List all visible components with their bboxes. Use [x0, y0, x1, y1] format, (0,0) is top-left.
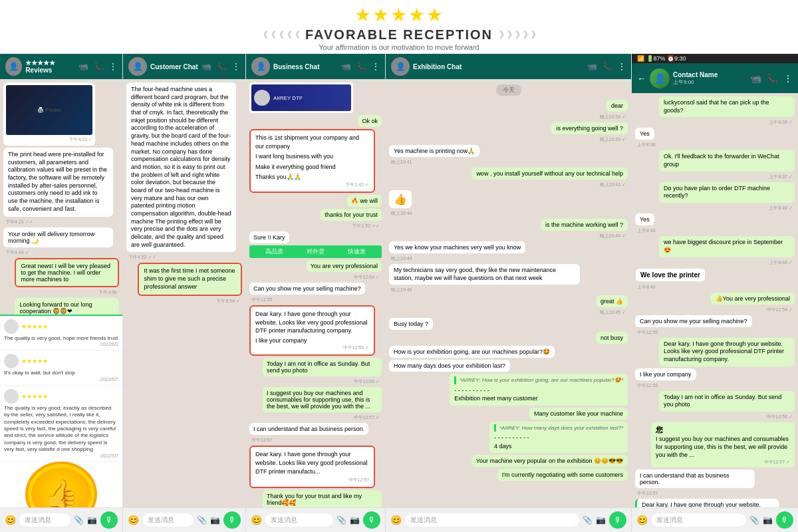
chat4-msg3-time: 晚上10:41 [391, 159, 412, 166]
menu-icon2[interactable]: ⋮ [232, 62, 240, 71]
panel-2: 👤 Customer Chat 📹 📞 ⋮ The four-head mach… [123, 54, 246, 532]
chat5-msg1: luckyconsol said that he can pick up the… [659, 96, 795, 117]
menu-icon3[interactable]: ⋮ [372, 62, 380, 71]
panel-4: 👤 Exhibition Chat 📹 📞 ⋮ 今天 dear 晚上10:39 … [386, 54, 632, 532]
today-divider: 今天 [496, 84, 521, 96]
video-icon2[interactable]: 📹 [201, 62, 211, 71]
page-wrapper: ★★★★★ 《《《《《 FAVORABLE RECEPTION 》》》》》 Yo… [0, 0, 798, 532]
panel-5: 📶 🔋87% ⏰9:30 ← 👤 Contact Name 上午9:00 📹 📞 [632, 54, 798, 532]
menu-icon[interactable]: ⋮ [109, 62, 117, 71]
chat3-msg6: 🔥 we will [347, 195, 382, 207]
chat4-msg14: *AIIREY: How is your exhibition going, a… [450, 374, 628, 405]
chat5-msg6-time: 上午8:40 ✓ [769, 259, 793, 266]
chat1-messages: 🖨️ Printer 下午4:22 ✓ The print head were … [0, 79, 122, 315]
attach-icon4[interactable]: 📎 [583, 515, 593, 525]
video-icon3[interactable]: 📹 [341, 62, 351, 71]
chat3-msg14: Today I am not in office as Sunday. But … [263, 358, 382, 376]
video-icon[interactable]: 📹 [78, 62, 88, 71]
msg-received: The print head were pre-installed for cu… [3, 148, 113, 217]
emoji-icon4[interactable]: 😊 [390, 515, 402, 525]
chat3-action-bar: 高品质 对外货 快速发 [249, 245, 382, 258]
chat2-input-bar: 😊 发送消息 📎 📷 🎙 [123, 507, 245, 532]
chat3-input[interactable]: 发送消息 [265, 513, 333, 527]
chat5-msg12-time: 中午12:56 ✓ [767, 414, 793, 420]
avatar3: 👤 [251, 57, 270, 76]
chat5-msg14: I can understand that as business person… [635, 469, 755, 488]
emoji-icon5[interactable]: 😊 [636, 515, 648, 525]
video-icon5[interactable]: 📹 [750, 73, 761, 84]
emoji-icon[interactable]: 😊 [5, 515, 16, 525]
send-button4[interactable]: 🎙 [609, 511, 626, 529]
camera-icon3[interactable]: 📷 [350, 515, 360, 525]
chat5-msg15: Dear kary. I have gone through your webs… [635, 499, 779, 507]
call-icon3[interactable]: 📞 [356, 62, 366, 71]
chat4-messages: 今天 dear 晚上10:39 ✓ is everything going we… [386, 79, 631, 507]
send-button5[interactable]: 🎙 [776, 511, 793, 529]
back-icon[interactable]: ← [637, 73, 646, 84]
camera-icon5[interactable]: 📷 [763, 515, 773, 525]
msg-received: 🖨️ Printer 下午4:22 ✓ [3, 82, 95, 146]
chat5-msg5: Yes [635, 213, 654, 225]
chat5-msg4: Do you have plan to order DTF machine re… [659, 182, 795, 203]
chat5-input[interactable]: 发送消息 [651, 513, 746, 527]
action-quality[interactable]: 高品质 [265, 247, 283, 256]
msg-sent-1: Great news! I will be very pleased to ge… [15, 258, 119, 287]
call-icon2[interactable]: 📞 [217, 62, 227, 71]
send-button[interactable]: 🎙 [100, 511, 118, 529]
chat3-msg15-time: 中午12:57 ✓ [354, 414, 380, 421]
call-icon4[interactable]: 📞 [602, 62, 612, 71]
chat5-messages: luckyconsol said that he can pick up the… [632, 93, 798, 507]
chat1-name: ★★★★★ Reviews [25, 59, 78, 74]
attach-icon[interactable]: 📎 [74, 515, 84, 525]
call-icon[interactable]: 📞 [94, 62, 104, 71]
send-button2[interactable]: 🎙 [223, 511, 241, 529]
chat5-msg9: Can you show me your selling machine? [635, 315, 752, 327]
chat2-input[interactable]: 发送消息 [142, 513, 194, 527]
avatar4: 👤 [391, 57, 410, 76]
chat5-msg11-time: 中午12:55 [637, 382, 658, 389]
chat1-input[interactable]: 发送消息 [19, 513, 70, 527]
chat1-input-bar: 😊 发送消息 📎 📷 🎙 [0, 507, 122, 532]
chat4-msg7: Yes we know your machines very well you … [389, 241, 525, 253]
video-icon4[interactable]: 📹 [587, 62, 597, 71]
emoji-icon3[interactable]: 😊 [251, 515, 262, 525]
emoji-icon2[interactable]: 😊 [128, 515, 139, 525]
chat2-messages: The four-head machine uses a different b… [123, 79, 245, 507]
attach-icon5[interactable]: 📎 [749, 515, 759, 525]
chat4-input[interactable]: 发送消息 [405, 513, 579, 527]
action-export[interactable]: 对外货 [307, 247, 325, 256]
camera-icon2[interactable]: 📷 [210, 515, 220, 525]
chat5-msg12: Today I am not in office as Sunday. But … [659, 391, 795, 412]
attach-icon2[interactable]: 📎 [197, 515, 207, 525]
chat4-msg1: dear [606, 100, 628, 112]
attach-icon3[interactable]: 📎 [336, 515, 346, 525]
chat4-msg9: great 👍 [596, 295, 628, 307]
chat3-msg18: Thank you for your trust and like my fri… [263, 490, 382, 507]
chat3-highlight-box: This is 1st shipment your company and ou… [249, 129, 375, 193]
chat2-msg1-time: 下午4:52 ✓✓ [128, 254, 156, 261]
chat4-name: Exhibition Chat [413, 63, 462, 70]
chat5-msg3-time: 上午8:37 ✓ [769, 174, 793, 180]
camera-icon[interactable]: 📷 [87, 515, 97, 525]
call-icon5[interactable]: 📞 [767, 73, 778, 84]
arrows-left: 《《《《《 [259, 29, 299, 41]
star-rating: ★★★★★ [0, 4, 798, 26]
review-item-2: ★★★★★ It's okay to wait, but don't stop … [0, 350, 122, 385]
chat3-msg10-time: 中午12:54 ✓ [354, 274, 380, 281]
chat4-header: 👤 Exhibition Chat 📹 📞 ⋮ [386, 54, 631, 79]
menu-icon5[interactable]: ⋮ [783, 73, 793, 84]
reviews-section: ★★★★★ The quality is very good, hope mor… [0, 315, 122, 507]
chat3-msg16: I can understand that as business person… [249, 423, 368, 435]
chat3-msg7-time: 下午1:52 ✓✓ [352, 223, 380, 229]
thumbs-badge: 👍 [0, 462, 122, 507]
chat4-msg13: How many days does your exhibition last? [389, 360, 510, 372]
chat4-msg10: Busy today ? [389, 318, 433, 330]
camera-icon4[interactable]: 📷 [596, 515, 606, 525]
send-button3[interactable]: 🎙 [363, 511, 380, 529]
action-fast[interactable]: 快速发 [348, 247, 366, 256]
chat5-msg3: Ok. I'll feedback to the forwarder in We… [659, 150, 795, 171]
chat3-msg14-time: 中午12:56 ✓ [354, 378, 380, 385]
menu-icon4[interactable]: ⋮ [618, 62, 626, 71]
chat4-msg4: wow , you install yourself without any o… [471, 168, 628, 180]
chat3-input-bar: 😊 发送消息 📎 📷 🎙 [246, 507, 385, 532]
